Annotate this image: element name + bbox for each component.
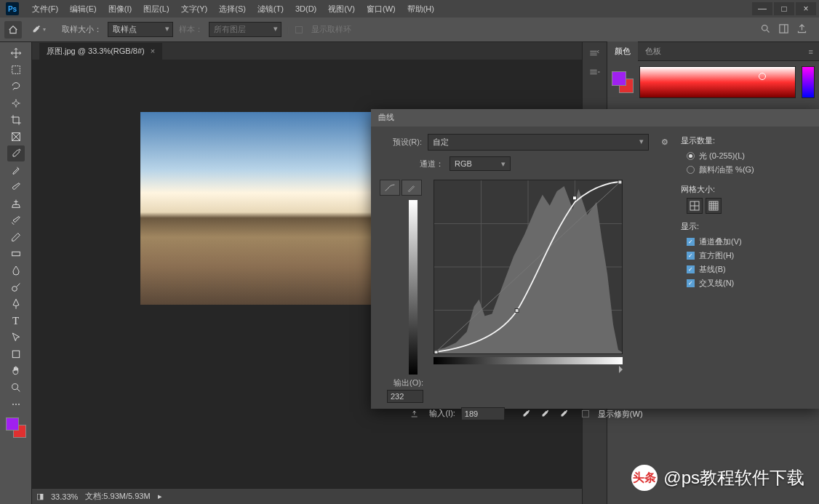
move-tool[interactable]	[7, 45, 25, 61]
channel-overlay-check[interactable]: ✓通道叠加(V)	[681, 235, 810, 249]
history-brush-tool[interactable]	[7, 212, 25, 228]
search-icon[interactable]	[760, 23, 771, 36]
input-value[interactable]: 189	[461, 407, 505, 420]
more-tools[interactable]: ⋯	[7, 396, 25, 412]
quick-select-tool[interactable]	[7, 95, 25, 111]
eyedropper-tool[interactable]	[7, 145, 25, 161]
menu-filter[interactable]: 滤镜(T)	[252, 4, 289, 15]
svg-rect-17	[572, 196, 576, 200]
baseline-check[interactable]: ✓基线(B)	[681, 263, 810, 276]
home-icon[interactable]	[4, 21, 22, 39]
show-clipping-label: 显示修剪(W)	[598, 409, 643, 420]
swatches-tab[interactable]: 色板	[638, 41, 668, 61]
light-radio[interactable]: 光 (0-255)(L)	[681, 149, 810, 163]
window-minimize[interactable]: —	[752, 2, 772, 15]
type-tool[interactable]: T	[7, 313, 25, 329]
fg-bg-swatch[interactable]	[612, 71, 634, 93]
preset-label: 预设(R):	[380, 137, 422, 148]
window-maximize[interactable]: □	[774, 2, 794, 15]
color-spectrum[interactable]	[639, 66, 796, 98]
sample-layers-label: 样本：	[179, 24, 203, 35]
workspace-icon[interactable]	[778, 23, 789, 36]
pigment-radio[interactable]: 颜料/油墨 %(G)	[681, 163, 810, 177]
svg-point-7	[12, 384, 17, 390]
panel-menu-icon[interactable]: ≡	[803, 47, 819, 56]
healing-brush-tool[interactable]	[7, 162, 25, 178]
expand-icon[interactable]: ◨	[36, 492, 44, 501]
color-swatches[interactable]	[6, 417, 26, 438]
output-label: 输出(O):	[380, 377, 423, 388]
tool-preset-icon[interactable]: ▾	[28, 21, 48, 39]
document-tab[interactable]: 原图.jpg @ 33.3%(RGB/8#) ×	[39, 43, 162, 60]
menu-layer[interactable]: 图层(L)	[137, 4, 175, 15]
curve-mode-point[interactable]	[380, 180, 400, 196]
hand-tool[interactable]	[7, 363, 25, 379]
eraser-tool[interactable]	[7, 229, 25, 245]
menu-image[interactable]: 图像(I)	[103, 4, 137, 15]
grid-large-button[interactable]	[706, 198, 722, 214]
blur-tool[interactable]	[7, 263, 25, 279]
menu-select[interactable]: 选择(S)	[213, 4, 252, 15]
black-point-eyedropper[interactable]	[519, 407, 532, 420]
intersection-check[interactable]: ✓交叉线(N)	[681, 276, 810, 290]
svg-rect-16	[515, 309, 519, 313]
shape-tool[interactable]	[7, 346, 25, 362]
zoom-tool[interactable]	[7, 380, 25, 396]
path-select-tool[interactable]	[7, 329, 25, 345]
menu-bar: Ps 文件(F) 编辑(E) 图像(I) 图层(L) 文字(Y) 选择(S) 滤…	[0, 0, 819, 17]
curve-graph[interactable]	[434, 180, 623, 354]
lasso-tool[interactable]	[7, 79, 25, 95]
dock-icon-1[interactable]	[586, 45, 604, 61]
menu-file[interactable]: 文件(F)	[26, 4, 64, 15]
window-close[interactable]: ×	[796, 2, 816, 15]
marquee-tool[interactable]	[7, 62, 25, 78]
curve-mode-pencil[interactable]	[401, 180, 422, 196]
brush-tool[interactable]	[7, 179, 25, 195]
svg-point-5	[12, 287, 17, 292]
histogram-check[interactable]: ✓直方图(H)	[681, 249, 810, 263]
doc-info[interactable]: 文档:5.93M/5.93M	[85, 491, 150, 502]
frame-tool[interactable]	[7, 129, 25, 145]
menu-edit[interactable]: 编辑(E)	[64, 4, 103, 15]
menu-type[interactable]: 文字(Y)	[175, 4, 214, 15]
show-clipping-checkbox[interactable]	[582, 410, 589, 417]
tools-panel: T ⋯	[0, 42, 32, 504]
sample-size-select[interactable]: 取样点	[108, 22, 173, 37]
show-ring-checkbox[interactable]	[295, 26, 303, 33]
white-point-eyedropper[interactable]	[557, 407, 570, 420]
watermark: 头条 @ps教程软件下载	[631, 465, 804, 491]
input-gradient	[434, 357, 623, 364]
watermark-text: @ps教程软件下载	[663, 466, 804, 489]
share-icon[interactable]	[796, 23, 807, 36]
crop-tool[interactable]	[7, 112, 25, 128]
grid-small-button[interactable]	[687, 198, 703, 214]
zoom-level[interactable]: 33.33%	[51, 492, 78, 501]
output-value[interactable]: 232	[387, 390, 423, 403]
menu-view[interactable]: 视图(V)	[322, 4, 361, 15]
menu-3d[interactable]: 3D(D)	[289, 4, 322, 13]
hue-slider[interactable]	[802, 66, 815, 98]
pen-tool[interactable]	[7, 296, 25, 312]
color-tab[interactable]: 颜色	[607, 41, 638, 61]
dock-icon-2[interactable]	[586, 64, 604, 80]
show-section-label: 显示:	[681, 221, 810, 232]
menu-help[interactable]: 帮助(H)	[401, 4, 440, 15]
svg-rect-1	[780, 25, 788, 33]
preset-select[interactable]: 自定	[428, 134, 649, 151]
dodge-tool[interactable]	[7, 279, 25, 295]
scrubby-icon[interactable]	[407, 407, 423, 420]
show-ring-label: 显示取样环	[311, 24, 351, 35]
output-gradient	[409, 200, 418, 375]
document-tab-close[interactable]: ×	[151, 47, 155, 55]
doc-info-arrow[interactable]: ▸	[158, 492, 162, 501]
clone-stamp-tool[interactable]	[7, 196, 25, 212]
options-bar: ▾ | 取样大小： 取样点 样本： 所有图层 | 显示取样环	[0, 17, 819, 42]
sample-layers-select[interactable]: 所有图层	[209, 22, 281, 37]
gradient-tool[interactable]	[7, 246, 25, 262]
preset-gear-icon[interactable]: ⚙	[659, 137, 671, 148]
dialog-title-bar[interactable]: 曲线	[371, 109, 819, 127]
channel-select[interactable]: RGB	[450, 156, 511, 171]
curves-dialog: 曲线 预设(R): 自定 ⚙ 通道： RGB 输出(	[371, 109, 819, 409]
gray-point-eyedropper[interactable]	[538, 407, 551, 420]
menu-window[interactable]: 窗口(W)	[361, 4, 401, 15]
